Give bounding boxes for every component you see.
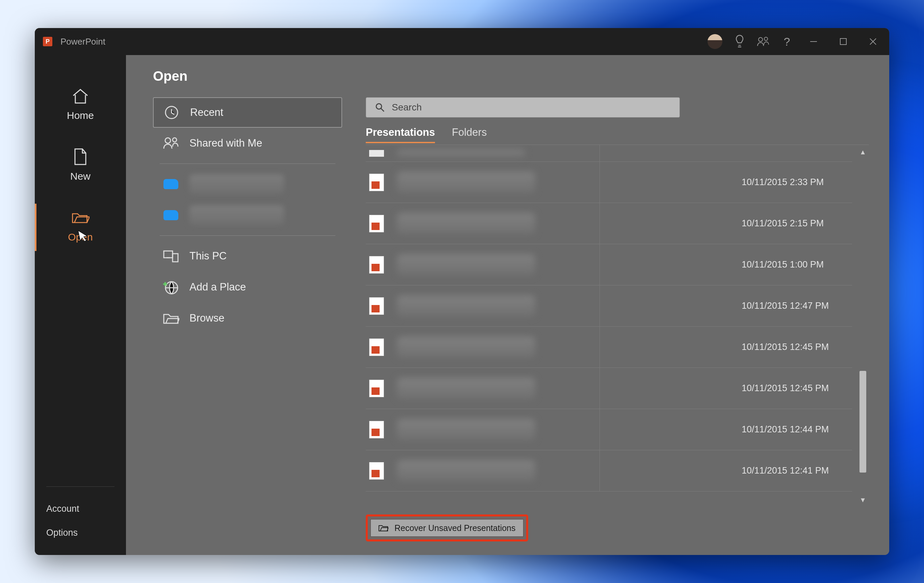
powerpoint-file-icon [369, 380, 384, 397]
file-row[interactable]: 10/11/2015 12:47 PM [366, 286, 852, 327]
file-icon [369, 150, 384, 157]
svg-rect-10 [173, 254, 178, 262]
help-icon[interactable]: ? [775, 28, 799, 55]
redacted-label [190, 174, 284, 194]
clock-icon [163, 105, 180, 120]
file-date: 10/11/2015 1:00 PM [600, 259, 852, 270]
location-onedrive-2[interactable] [153, 200, 342, 231]
tab-presentations[interactable]: Presentations [366, 126, 435, 143]
people-icon [162, 137, 179, 150]
page-title: Open [153, 69, 869, 84]
file-tabs: Presentations Folders [366, 126, 869, 143]
redacted-filename [397, 172, 535, 193]
titlebar: P PowerPoint ? [35, 28, 889, 55]
svg-rect-9 [164, 251, 173, 258]
location-this-pc[interactable]: This PC [153, 241, 342, 272]
separator [160, 235, 335, 236]
file-date: 10/11/2015 12:44 PM [600, 424, 852, 435]
file-row[interactable] [366, 145, 852, 162]
redacted-filename [397, 460, 535, 482]
file-date: 10/11/2015 12:41 PM [600, 466, 852, 476]
powerpoint-file-icon [369, 462, 384, 480]
powerpoint-file-icon [369, 297, 384, 315]
home-icon [71, 87, 89, 105]
svg-point-8 [173, 138, 177, 142]
redacted-filename [397, 378, 535, 399]
recover-unsaved-button[interactable]: Recover Unsaved Presentations [370, 519, 523, 537]
coming-soon-icon[interactable] [728, 28, 751, 55]
scroll-down-icon[interactable]: ▼ [859, 496, 867, 505]
powerpoint-window: P PowerPoint ? Home [35, 28, 889, 555]
scroll-thumb[interactable] [860, 371, 866, 472]
search-input[interactable]: Search [366, 97, 680, 117]
separator [160, 164, 335, 164]
tab-folders[interactable]: Folders [452, 126, 487, 143]
powerpoint-file-icon [369, 339, 384, 356]
file-row[interactable]: 10/11/2015 12:45 PM [366, 368, 852, 409]
file-list: 10/11/2015 2:33 PM 10/11/2015 2:15 PM [366, 145, 869, 509]
location-label: Add a Place [190, 281, 246, 293]
account-link[interactable]: Account [46, 497, 114, 521]
location-list: Recent Shared with Me [153, 97, 342, 542]
location-label: Shared with Me [190, 137, 262, 149]
options-link[interactable]: Options [46, 521, 114, 545]
location-onedrive-1[interactable] [153, 168, 342, 200]
maximize-button[interactable] [828, 28, 858, 55]
location-label: Browse [190, 312, 224, 324]
file-row[interactable]: 10/11/2015 12:44 PM [366, 409, 852, 450]
new-document-icon [71, 148, 89, 166]
scroll-up-icon[interactable]: ▲ [859, 148, 867, 157]
search-placeholder: Search [392, 102, 422, 113]
svg-point-0 [759, 38, 762, 41]
file-rows[interactable]: 10/11/2015 2:33 PM 10/11/2015 2:15 PM [366, 145, 852, 509]
location-browse[interactable]: Browse [153, 303, 342, 334]
annotation-highlight: Recover Unsaved Presentations [366, 514, 528, 542]
powerpoint-file-icon [369, 256, 384, 274]
location-add-place[interactable]: Add a Place [153, 272, 342, 303]
add-place-icon [162, 279, 179, 295]
onedrive-icon [162, 210, 179, 220]
nav-home[interactable]: Home [35, 75, 126, 136]
svg-point-13 [376, 104, 382, 109]
user-avatar[interactable] [708, 34, 723, 49]
powerpoint-file-icon [369, 421, 384, 438]
redacted-label [190, 205, 284, 225]
backstage-sidebar: Home New Open Account Options [35, 55, 126, 555]
nav-open[interactable]: Open [35, 197, 126, 258]
scrollbar[interactable]: ▲ ▼ [859, 148, 867, 505]
location-label: This PC [190, 250, 227, 262]
location-recent[interactable]: Recent [153, 97, 342, 128]
redacted-filename [397, 149, 525, 157]
this-pc-icon [162, 249, 179, 263]
folder-icon [378, 524, 388, 532]
file-row[interactable]: 10/11/2015 2:33 PM [366, 162, 852, 203]
file-date: 10/11/2015 2:15 PM [600, 218, 852, 229]
open-page: Open Recent Shared with Me [126, 55, 889, 555]
nav-label: Open [68, 231, 92, 243]
file-row[interactable]: 10/11/2015 12:41 PM [366, 450, 852, 492]
share-icon[interactable] [751, 28, 775, 55]
powerpoint-file-icon [369, 173, 384, 191]
powerpoint-app-icon: P [43, 37, 52, 46]
app-title: PowerPoint [61, 36, 106, 47]
nav-label: New [70, 170, 91, 182]
recover-button-label: Recover Unsaved Presentations [394, 523, 516, 533]
minimize-button[interactable] [799, 28, 828, 55]
file-date: 10/11/2015 12:45 PM [600, 383, 852, 393]
file-row[interactable]: 10/11/2015 2:15 PM [366, 203, 852, 244]
files-panel: Search Presentations Folders [366, 97, 869, 542]
nav-new[interactable]: New [35, 136, 126, 197]
close-button[interactable] [858, 28, 888, 55]
file-row[interactable]: 10/11/2015 12:45 PM [366, 327, 852, 368]
location-label: Recent [190, 106, 223, 119]
location-shared[interactable]: Shared with Me [153, 128, 342, 159]
file-date: 10/11/2015 12:47 PM [600, 301, 852, 311]
redacted-filename [397, 295, 535, 317]
folder-open-icon [71, 208, 89, 227]
sidebar-footer: Account Options [46, 486, 114, 555]
powerpoint-file-icon [369, 215, 384, 232]
redacted-filename [397, 337, 535, 358]
file-row[interactable]: 10/11/2015 1:00 PM [366, 244, 852, 286]
folder-icon [162, 312, 179, 325]
redacted-filename [397, 419, 535, 441]
